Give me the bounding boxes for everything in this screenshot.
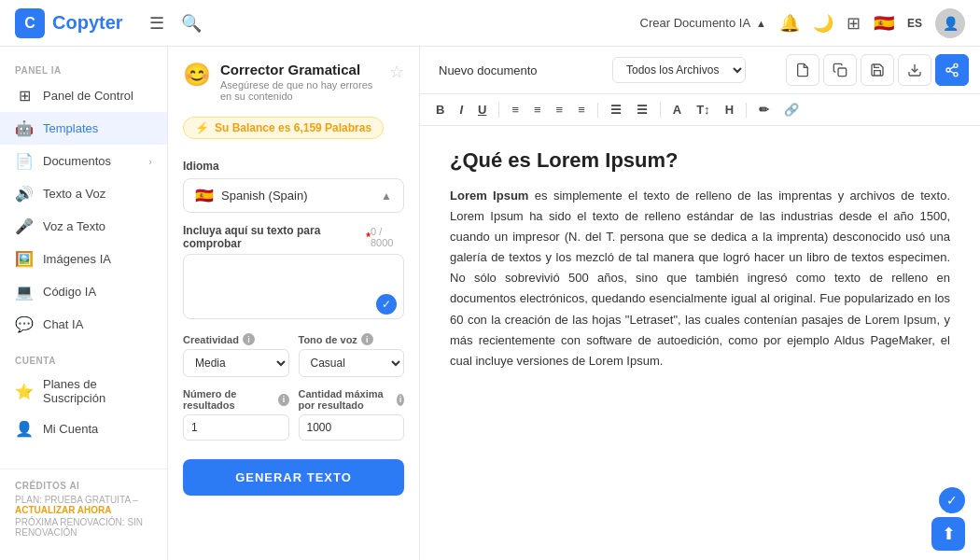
svg-line-6 (950, 66, 955, 69)
sidebar-item-planes[interactable]: ⭐ Planes de Suscripción (0, 370, 167, 413)
creatividad-field: Creatividad i Baja Media Alta (183, 333, 289, 377)
tono-field: Tono de voz i Formal Casual Informal (299, 333, 405, 377)
num-results-info-icon[interactable]: i (278, 394, 288, 406)
star-icon[interactable]: ☆ (389, 62, 404, 82)
voz-texto-icon: 🎤 (15, 217, 34, 235)
search-icon[interactable]: 🔍 (181, 13, 202, 34)
list-ordered-btn[interactable]: ☰ (606, 100, 626, 119)
grid-icon[interactable]: ⊞ (847, 13, 861, 34)
heading-btn[interactable]: H (721, 100, 738, 119)
app-logo[interactable]: C Copyter (15, 8, 123, 38)
textarea-check-btn[interactable]: ✓ (376, 294, 397, 315)
scroll-top-btn[interactable]: ⬆ (931, 517, 965, 551)
link-btn[interactable]: 🔗 (779, 100, 804, 119)
download-btn[interactable] (898, 54, 931, 86)
editor-toolbar-top: Todos los Archivos (420, 47, 980, 94)
divider-4 (746, 103, 747, 118)
moon-icon[interactable]: 🌙 (813, 13, 833, 34)
num-results-field: Número de resultados i (183, 388, 289, 441)
idioma-label: Idioma (183, 160, 404, 173)
underline-btn[interactable]: U (473, 100, 491, 119)
panel-control-icon: ⊞ (15, 87, 34, 105)
create-doc-btn[interactable]: Crear Documento IA ▲ (640, 16, 766, 30)
creatividad-select[interactable]: Baja Media Alta (183, 349, 289, 377)
max-per-result-input[interactable] (299, 414, 405, 441)
sidebar-item-voz-texto[interactable]: 🎤 Voz a Texto (0, 210, 167, 243)
new-doc-btn[interactable] (786, 54, 819, 86)
align-left-btn[interactable]: ≡ (507, 100, 524, 119)
creditos-label: CRÉDITOS AI (15, 481, 152, 491)
sidebar-item-imagenes-ia[interactable]: 🖼️ Imágenes IA (0, 243, 167, 275)
svg-point-4 (954, 73, 958, 77)
bold-btn[interactable]: B (431, 100, 449, 119)
num-results-input[interactable] (183, 414, 289, 441)
sidebar-cuenta-label: CUENTA (0, 348, 167, 370)
sidebar-item-documentos[interactable]: 📄 Documentos › (0, 145, 167, 177)
sidebar-item-mi-cuenta[interactable]: 👤 Mi Cuenta (0, 413, 167, 445)
creatividad-info-icon[interactable]: i (243, 333, 255, 345)
sidebar-item-label: Texto a Voz (43, 187, 105, 201)
lang-select[interactable]: 🇪🇸 Spanish (Spain) ▲ (183, 178, 404, 213)
tool-subtitle: Asegúrese de que no hay errores en su co… (220, 79, 380, 102)
tono-info-icon[interactable]: i (361, 333, 373, 345)
editor-panel: Todos los Archivos (420, 47, 980, 560)
files-select[interactable]: Todos los Archivos (612, 57, 746, 83)
logo-box: C (15, 8, 45, 38)
main-layout: PANEL IA ⊞ Panel de Control 🤖 Templates … (0, 47, 980, 560)
arrow-icon: › (148, 156, 152, 167)
highlight-btn[interactable]: ✏ (754, 100, 774, 119)
textarea-wrapper: ✓ (183, 254, 404, 322)
bolt-icon: ⚡ (195, 121, 209, 134)
bell-icon[interactable]: 🔔 (779, 13, 800, 34)
text-input[interactable] (183, 254, 404, 319)
menu-icon[interactable]: ☰ (149, 13, 164, 34)
copy-btn[interactable] (823, 54, 857, 86)
sidebar-item-codigo-ia[interactable]: 💻 Código IA (0, 275, 167, 308)
floating-check-btn[interactable]: ✓ (939, 487, 965, 513)
imagenes-ia-icon: 🖼️ (15, 250, 34, 268)
sidebar-item-templates[interactable]: 🤖 Templates (0, 112, 167, 145)
two-col-fields: Creatividad i Baja Media Alta Tono de vo… (183, 333, 404, 377)
lang-name: Spanish (Spain) (221, 189, 373, 203)
svg-point-2 (954, 63, 958, 67)
codigo-ia-icon: 💻 (15, 283, 34, 301)
align-justify-btn[interactable]: ≡ (573, 100, 590, 119)
documentos-icon: 📄 (15, 152, 34, 170)
align-right-btn[interactable]: ≡ (552, 100, 568, 119)
editor-action-btns (786, 54, 969, 86)
chevron-up-icon: ▲ (756, 18, 766, 29)
max-per-result-field: Cantidad máxima por resultado i (299, 388, 405, 441)
divider-2 (597, 103, 598, 118)
tool-header: 😊 Corrector Gramatical Asegúrese de que … (183, 62, 404, 102)
sidebar-item-label: Imágenes IA (43, 252, 111, 266)
sidebar-item-label: Panel de Control (43, 89, 133, 103)
sidebar-item-label: Planes de Suscripción (43, 377, 152, 405)
list-unordered-btn[interactable]: ☰ (632, 100, 652, 119)
svg-line-5 (950, 71, 955, 74)
credits-update-link[interactable]: ACTUALIZAR AHORA (15, 505, 112, 515)
share-btn[interactable] (935, 54, 969, 86)
max-per-result-info-icon[interactable]: i (397, 394, 404, 406)
font-size-btn[interactable]: T↕ (692, 100, 714, 119)
save-btn[interactable] (861, 54, 894, 86)
generate-btn[interactable]: GENERAR TEXTO (183, 459, 404, 496)
sidebar-item-panel-control[interactable]: ⊞ Panel de Control (0, 79, 167, 112)
sidebar-panel-ia-label: PANEL IA (0, 58, 167, 79)
avatar[interactable]: 👤 (935, 8, 965, 38)
doc-title-input[interactable] (431, 60, 603, 81)
editor-content[interactable]: ¿Qué es Lorem Ipsum? Lorem Ipsum es simp… (420, 126, 980, 560)
lang-label: ES (907, 17, 922, 30)
format-toolbar: B I U ≡ ≡ ≡ ≡ ☰ ☰ A T↕ H ✏ 🔗 (420, 94, 980, 126)
sidebar-item-label: Templates (43, 121, 98, 135)
textarea-label: Incluya aquí su texto para comprobar (183, 224, 362, 250)
align-center-btn[interactable]: ≡ (529, 100, 546, 119)
navbar: C Copyter ☰ 🔍 Crear Documento IA ▲ 🔔 🌙 ⊞… (0, 0, 980, 47)
svg-rect-0 (838, 68, 847, 77)
sidebar-item-chat-ia[interactable]: 💬 Chat IA (0, 308, 167, 341)
tono-select[interactable]: Formal Casual Informal (299, 349, 405, 377)
chevron-down-icon: ▲ (381, 189, 392, 203)
italic-btn[interactable]: I (455, 100, 468, 119)
font-color-btn[interactable]: A (668, 100, 686, 119)
sidebar-item-texto-voz[interactable]: 🔊 Texto a Voz (0, 177, 167, 210)
flag-icon: 🇪🇸 (874, 13, 894, 34)
